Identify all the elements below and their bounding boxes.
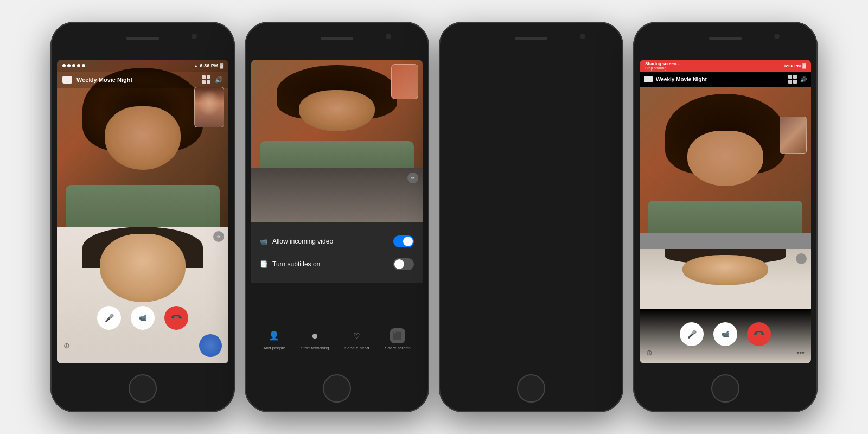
p4-person2-face [682, 255, 768, 285]
share-icon-glyph: ⬛ [393, 331, 402, 340]
dot3 [72, 64, 75, 67]
p4-end-call-button[interactable]: 📞 [747, 322, 771, 346]
phone-4-speaker [709, 37, 742, 40]
subtitles-toggle[interactable] [393, 258, 414, 270]
p4-grid-cell-3 [788, 80, 792, 84]
add-people-label: Add people [263, 346, 285, 350]
video-menu-icon: 📹 [260, 238, 268, 245]
p2-edit-icon[interactable]: ✏ [407, 173, 418, 183]
subtitles-text: Turn subtitles on [272, 260, 320, 268]
phone1-call-header: Weekly Movie Night 🔊 [57, 72, 228, 88]
more-options-icon[interactable]: ••• [796, 348, 805, 357]
nav-share-screen[interactable]: ⬛ Share screen [385, 328, 411, 350]
p4-end-call-icon: 📞 [752, 328, 765, 340]
phone-2-screen: ✏ 📹 Allow incoming video 📑 Turn subtit [251, 60, 423, 363]
p4-camera-switch[interactable]: ⊕ [646, 348, 653, 357]
p4-grid-icon[interactable] [788, 75, 797, 84]
phone-4-screen: Sharing screen... Stop sharing 6:36 PM ▓… [640, 60, 811, 363]
wifi-icon: ▲ [194, 63, 198, 68]
nav-send-heart[interactable]: ♡ Send a heart [344, 328, 369, 350]
battery-icon: ▓ [220, 63, 223, 68]
phone-2-camera [386, 34, 391, 39]
subtitles-icon: 📑 [260, 260, 268, 268]
grid-cell-2 [207, 75, 210, 79]
p4-grid-cell-1 [788, 75, 792, 79]
pip-person [195, 87, 224, 127]
start-recording-label: Start recording [301, 346, 329, 350]
edit-icon[interactable]: ✏ [213, 231, 224, 242]
volume-icon[interactable]: 🔊 [215, 76, 223, 84]
phone4-call-title: Weekly Movie Night [656, 76, 785, 82]
allow-video-toggle[interactable] [393, 235, 414, 247]
phone-4-camera [774, 34, 780, 39]
phone1-call-title: Weekly Movie Night [76, 76, 197, 83]
pencil-icon: ✏ [217, 234, 221, 239]
person1-face [105, 106, 180, 170]
sharing-bar: Sharing screen... Stop sharing 6:36 PM ▓ [640, 60, 811, 72]
phone-2-home-button[interactable] [323, 374, 351, 403]
video-icon: 📹 [139, 314, 147, 322]
phone2-video-top [251, 60, 423, 168]
phone1-call-controls: 🎤 📹 📞 ⊕ [57, 309, 228, 363]
p4-battery: ▓ [802, 63, 806, 68]
camera-switch-icon[interactable]: ⊕ [63, 341, 70, 350]
status-icons: ▲ 6:36 PM ▓ [194, 63, 223, 68]
heart-icon-glyph: ♡ [353, 331, 360, 340]
phone-2: ✏ 📹 Allow incoming video 📑 Turn subtit [245, 22, 429, 412]
phone2-video-bottom: ✏ [251, 168, 423, 222]
grid-cell-3 [202, 80, 206, 84]
allow-video-text: Allow incoming video [272, 238, 333, 245]
p4-face [687, 131, 763, 186]
phone-3: Everything on your screen, including not… [439, 22, 623, 412]
extra-controls: ⊕ [57, 334, 228, 357]
p4-shirt [648, 201, 802, 233]
p2-shirt [260, 141, 414, 168]
nav-add-people[interactable]: 👤 Add people [263, 328, 285, 350]
end-call-icon: 📞 [170, 311, 182, 324]
phone-1-speaker [126, 37, 159, 40]
sharing-screen-text: Sharing screen... [645, 61, 680, 66]
p4-volume-icon[interactable]: 🔊 [800, 76, 807, 82]
mic-icon: 🎤 [105, 314, 114, 322]
video-button[interactable]: 📹 [131, 306, 155, 330]
dot2 [67, 64, 71, 67]
phone4-video-top [640, 87, 811, 233]
phones-container: ▲ 6:36 PM ▓ Weekly Movie Night 🔊 [0, 0, 868, 434]
end-call-button[interactable]: 📞 [164, 306, 188, 330]
sharing-text-group: Sharing screen... Stop sharing [645, 61, 680, 70]
p4-edit-icon[interactable] [796, 253, 807, 264]
stop-sharing-text[interactable]: Stop sharing [645, 66, 680, 70]
share-screen-icon: ⬛ [390, 328, 405, 343]
p4-buttons: 🎤 📹 📞 [680, 322, 771, 346]
phone1-video-top: ▲ 6:36 PM ▓ Weekly Movie Night 🔊 [57, 60, 228, 227]
avatar-button[interactable] [199, 334, 222, 357]
p2-face [299, 90, 374, 131]
p2-pencil-icon: ✏ [411, 176, 415, 181]
dot4 [77, 64, 80, 67]
nav-start-recording[interactable]: ⏺ Start recording [301, 328, 329, 350]
p4-video-button[interactable]: 📹 [713, 322, 737, 346]
subtitles-row: 📑 Turn subtitles on [260, 253, 414, 276]
p4-mic-icon: 🎤 [687, 330, 697, 339]
grid-view-icon[interactable] [202, 75, 210, 84]
p4-mic-button[interactable]: 🎤 [680, 322, 704, 346]
control-buttons: 🎤 📹 📞 [97, 306, 188, 330]
p4-time: 6:36 PM [784, 63, 801, 68]
phone-3-home-button[interactable] [517, 374, 545, 403]
signal-dots [62, 64, 85, 67]
phone1-status-bar: ▲ 6:36 PM ▓ [57, 60, 228, 72]
share-screen-label: Share screen [385, 346, 411, 350]
phone-4: Sharing screen... Stop sharing 6:36 PM ▓… [633, 22, 818, 412]
mic-button[interactable]: 🎤 [97, 306, 121, 330]
phone1-video-bottom: ✏ 🎤 📹 📞 [57, 227, 228, 363]
p4-status-icons: 6:36 PM ▓ [784, 63, 806, 68]
add-people-icon-glyph: 👤 [269, 330, 279, 341]
phone-2-speaker [321, 37, 353, 40]
p4-gray-strip [640, 233, 811, 249]
phone-1-home-button[interactable] [129, 374, 157, 403]
subtitles-label: 📑 Turn subtitles on [260, 260, 320, 268]
phone4-video-bottom [640, 249, 811, 309]
status-time: 6:36 PM [200, 63, 218, 68]
phone-4-home-button[interactable] [711, 374, 739, 403]
p4-extra-controls: ⊕ ••• [640, 346, 811, 357]
